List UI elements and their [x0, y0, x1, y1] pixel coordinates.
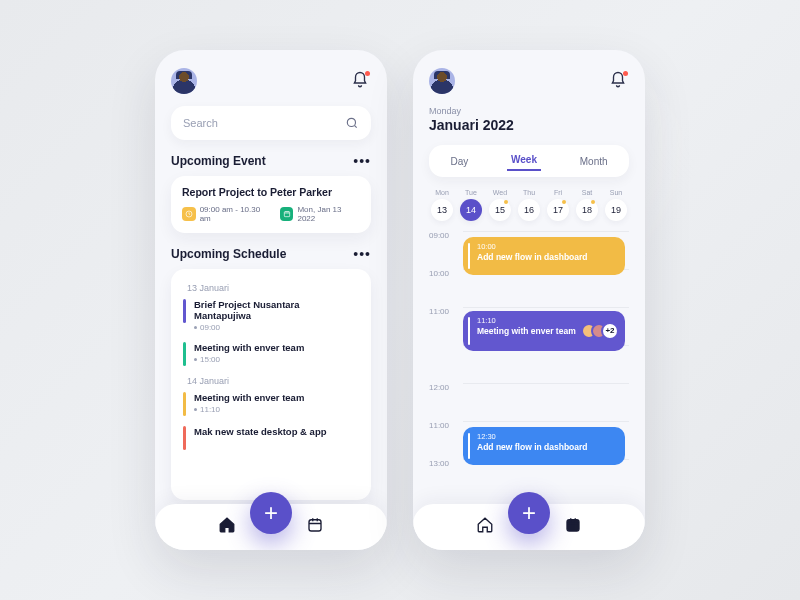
event-name: Add new flow in dashboard	[477, 252, 617, 262]
schedule-item[interactable]: Mak new state desktop & app	[183, 426, 359, 450]
clock-icon	[182, 207, 196, 221]
day-number: 15	[489, 199, 511, 221]
svg-rect-4	[567, 520, 579, 531]
day-number: 16	[518, 199, 540, 221]
notification-bell-icon[interactable]	[609, 71, 629, 91]
weekday-short: Mon	[429, 189, 455, 196]
notification-bell-icon[interactable]	[351, 71, 371, 91]
schedule-item-title: Brief Project Nusantara Mantapujiwa	[194, 299, 359, 321]
timeline-event[interactable]: 12:30Add new flow in dashboard	[463, 427, 625, 465]
day-number: 19	[605, 199, 627, 221]
color-bar	[183, 392, 186, 416]
day-cell[interactable]: Wed 15	[487, 189, 513, 221]
upcoming-schedule-heading: Upcoming Schedule	[171, 247, 286, 261]
event-time: 10:00	[477, 242, 617, 251]
timeline-event[interactable]: 10:00Add new flow in dashboard	[463, 237, 625, 275]
schedule-item[interactable]: Brief Project Nusantara Mantapujiwa 09:0…	[183, 299, 359, 332]
home-tab-icon[interactable]	[476, 516, 494, 538]
event-meta: 09:00 am - 10.30 am Mon, Jan 13 2022	[182, 205, 360, 223]
segment-month[interactable]: Month	[576, 154, 612, 169]
weekday-short: Sat	[574, 189, 600, 196]
calendar-tab-icon[interactable]	[306, 516, 324, 538]
home-screen: Search Upcoming Event ••• Report Project…	[155, 50, 387, 550]
event-name: Add new flow in dashboard	[477, 442, 617, 452]
color-bar	[183, 342, 186, 366]
event-title: Report Project to Peter Parker	[182, 186, 360, 198]
topbar	[429, 68, 629, 94]
calendar-screen: Monday Januari 2022 Day Week Month Mon 1…	[413, 50, 645, 550]
add-fab-button[interactable]: +	[250, 492, 292, 534]
day-cell[interactable]: Sat 18	[574, 189, 600, 221]
segment-day[interactable]: Day	[446, 154, 472, 169]
event-date-chip: Mon, Jan 13 2022	[280, 205, 360, 223]
schedule-card: 13 Januari Brief Project Nusantara Manta…	[171, 269, 371, 500]
svg-rect-3	[309, 520, 321, 531]
schedule-date: 14 Januari	[187, 376, 359, 386]
week-day-strip: Mon 13Tue 14Wed 15Thu 16Fri 17Sat 18Sun …	[429, 189, 629, 221]
day-number: 13	[431, 199, 453, 221]
day-number: 18	[576, 199, 598, 221]
day-number: 14	[460, 199, 482, 221]
schedule-item[interactable]: Meeting with enver team 11:10	[183, 392, 359, 416]
schedule-item-time: 15:00	[194, 355, 304, 364]
schedule-item-title: Mak new state desktop & app	[194, 426, 327, 437]
svg-rect-2	[284, 212, 289, 217]
search-icon	[345, 116, 359, 130]
day-cell[interactable]: Fri 17	[545, 189, 571, 221]
time-row: 12:00	[429, 383, 629, 421]
weekday-short: Thu	[516, 189, 542, 196]
color-bar	[183, 299, 186, 323]
search-placeholder: Search	[183, 117, 218, 129]
event-time: 12:30	[477, 432, 617, 441]
attendee-more: +2	[601, 322, 619, 340]
hour-label: 11:00	[429, 421, 455, 430]
timeline[interactable]: 09:0010:0011:0012:0011:0013:0010:00Add n…	[429, 231, 629, 491]
svg-point-0	[347, 118, 355, 126]
event-card[interactable]: Report Project to Peter Parker 09:00 am …	[171, 176, 371, 233]
attendee-avatars: +2	[581, 322, 619, 340]
day-number: 17	[547, 199, 569, 221]
schedule-date: 13 Januari	[187, 283, 359, 293]
home-tab-icon[interactable]	[218, 516, 236, 538]
weekday-short: Fri	[545, 189, 571, 196]
weekday-label: Monday	[429, 106, 629, 116]
timeline-event[interactable]: 11:10Meeting with enver team+2	[463, 311, 625, 351]
weekday-short: Tue	[458, 189, 484, 196]
hour-label: 10:00	[429, 269, 455, 278]
search-input[interactable]: Search	[171, 106, 371, 140]
month-title: Januari 2022	[429, 117, 629, 133]
segment-week[interactable]: Week	[507, 152, 541, 171]
hour-label: 12:00	[429, 383, 455, 392]
day-cell[interactable]: Mon 13	[429, 189, 455, 221]
upcoming-schedule-header: Upcoming Schedule •••	[171, 247, 371, 261]
hour-label: 09:00	[429, 231, 455, 240]
schedule-item-title: Meeting with enver team	[194, 342, 304, 353]
view-segmented-control: Day Week Month	[429, 145, 629, 177]
event-time-chip: 09:00 am - 10.30 am	[182, 205, 272, 223]
schedule-item-time: 11:10	[194, 405, 304, 414]
hour-label: 11:00	[429, 307, 455, 316]
calendar-tab-icon[interactable]	[564, 516, 582, 538]
upcoming-event-heading: Upcoming Event	[171, 154, 266, 168]
schedule-item[interactable]: Meeting with enver team 15:00	[183, 342, 359, 366]
weekday-short: Wed	[487, 189, 513, 196]
schedule-item-title: Meeting with enver team	[194, 392, 304, 403]
hour-label: 13:00	[429, 459, 455, 468]
avatar[interactable]	[429, 68, 455, 94]
weekday-short: Sun	[603, 189, 629, 196]
schedule-item-time: 09:00	[194, 323, 359, 332]
avatar[interactable]	[171, 68, 197, 94]
color-bar	[183, 426, 186, 450]
day-cell[interactable]: Tue 14	[458, 189, 484, 221]
upcoming-event-header: Upcoming Event •••	[171, 154, 371, 168]
calendar-icon	[280, 207, 294, 221]
topbar	[171, 68, 371, 94]
day-cell[interactable]: Sun 19	[603, 189, 629, 221]
day-cell[interactable]: Thu 16	[516, 189, 542, 221]
add-fab-button[interactable]: +	[508, 492, 550, 534]
